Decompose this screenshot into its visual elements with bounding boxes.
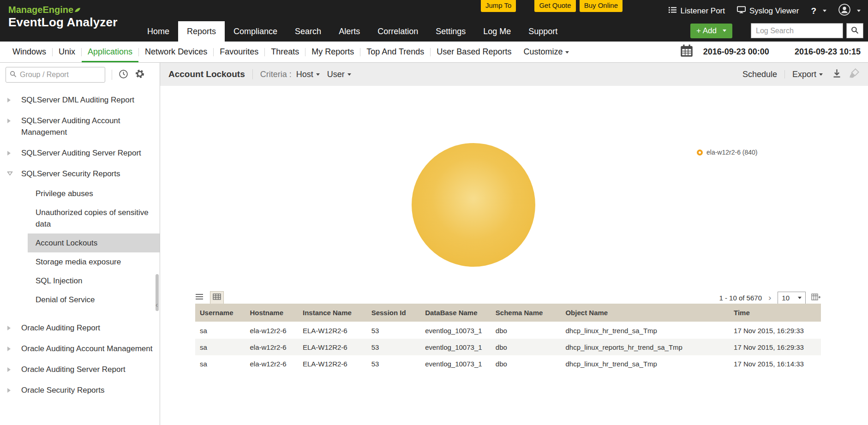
- calendar-icon: [680, 44, 693, 60]
- col-instance-name[interactable]: Instance Name: [298, 304, 367, 322]
- buy-online-button[interactable]: Buy Online: [580, 0, 623, 12]
- date-to[interactable]: 2016-09-23 10:15: [795, 47, 861, 57]
- report-content: Account Lockouts Criteria : Host User Sc…: [160, 63, 868, 425]
- tree-report-privilege-abuses[interactable]: Privilege abuses: [0, 184, 160, 203]
- col-username[interactable]: Username: [195, 304, 245, 322]
- table-row[interactable]: sa ela-w12r2-6 ELA-W12R2-6 53 eventlog_1…: [195, 355, 821, 372]
- col-object-name[interactable]: Object Name: [561, 304, 729, 322]
- table-cell: dbo: [491, 355, 561, 372]
- clean-data-button[interactable]: [849, 68, 860, 81]
- table-row[interactable]: sa ela-w12r2-6 ELA-W12R2-6 53 eventlog_1…: [195, 339, 821, 355]
- nav-home[interactable]: Home: [138, 21, 178, 42]
- tree-group-oracle-security-reports[interactable]: Oracle Security Reports: [0, 380, 160, 401]
- export-dropdown[interactable]: Export: [792, 70, 823, 79]
- log-search-button[interactable]: [846, 23, 863, 38]
- log-search-input[interactable]: [751, 23, 843, 38]
- tab-favourites[interactable]: Favourites: [214, 42, 264, 62]
- tree-group-sqlserver-auditing-account-management[interactable]: SQLServer Auditing Account Management: [0, 110, 160, 143]
- page-size-select[interactable]: 10: [778, 292, 806, 304]
- syslog-viewer-button[interactable]: Syslog Viewer: [737, 6, 799, 16]
- tab-applications[interactable]: Applications: [82, 42, 138, 62]
- tree-group-oracle-auditing-report[interactable]: Oracle Auditing Report: [0, 317, 160, 338]
- pie-chart[interactable]: [412, 143, 535, 267]
- tab-user-based-reports[interactable]: User Based Reports: [431, 42, 517, 62]
- nav-compliance[interactable]: Compliance: [225, 21, 286, 42]
- col-time[interactable]: Time: [729, 304, 821, 322]
- tree-group-sqlserver-dml-auditing-report[interactable]: SQLServer DML Auditing Report: [0, 90, 160, 110]
- main-nav: Home Reports Compliance Search Alerts Co…: [138, 21, 566, 42]
- col-hostname[interactable]: Hostname: [245, 304, 298, 322]
- table-cell: ela-w12r2-6: [245, 322, 298, 339]
- group-report-search[interactable]: [6, 67, 105, 83]
- col-database-name[interactable]: DataBase Name: [420, 304, 491, 322]
- table-cell: eventlog_10073_1: [420, 355, 491, 372]
- promo-links: Jump To Get Quote Buy Online: [481, 0, 623, 12]
- eventlog-analyzer-app: ManageEngine EventLog Analyzer Jump To G…: [0, 0, 868, 425]
- next-page-button[interactable]: ›: [767, 294, 772, 301]
- download-button[interactable]: [832, 68, 842, 80]
- table-cell: ELA-W12R2-6: [298, 355, 367, 372]
- user-icon: [838, 4, 850, 18]
- listener-port-button[interactable]: Listener Port: [669, 6, 725, 16]
- tab-windows[interactable]: Windows: [6, 42, 52, 62]
- report-tree-sidebar: SQLServer DML Auditing Report SQLServer …: [0, 63, 160, 425]
- tab-my-reports[interactable]: My Reports: [305, 42, 360, 62]
- table-cell: sa: [195, 339, 245, 355]
- scheduled-reports-button[interactable]: [119, 69, 128, 81]
- get-quote-button[interactable]: Get Quote: [534, 0, 575, 12]
- tree-group-sqlserver-security-reports[interactable]: SQLServer Security Reports: [0, 163, 160, 184]
- clock-icon: [119, 69, 128, 81]
- nav-support[interactable]: Support: [520, 21, 566, 42]
- tab-unix[interactable]: Unix: [53, 42, 81, 62]
- top-utilities: Listener Port Syslog Viewer ?: [657, 4, 861, 18]
- collapse-sidebar-icon[interactable]: ‹: [154, 299, 160, 312]
- grid-view-button[interactable]: [210, 291, 224, 304]
- calendar-button[interactable]: [680, 44, 693, 60]
- list-view-button[interactable]: [195, 293, 204, 302]
- nav-settings[interactable]: Settings: [427, 21, 474, 42]
- divider: [252, 69, 253, 79]
- help-menu[interactable]: ?: [811, 6, 826, 16]
- host-filter-dropdown[interactable]: Host: [296, 70, 320, 79]
- tab-top-and-trends[interactable]: Top And Trends: [360, 42, 430, 62]
- col-schema-name[interactable]: Schema Name: [491, 304, 561, 322]
- chevron-right-icon: [7, 343, 17, 354]
- tree-group-sqlserver-auditing-server-report[interactable]: SQLServer Auditing Server Report: [0, 143, 160, 163]
- tree-group-oracle-auditing-server-report[interactable]: Oracle Auditing Server Report: [0, 359, 160, 380]
- tree-report-unauthorized-copies[interactable]: Unauthorized copies of sensitive data: [0, 203, 160, 233]
- tab-threats[interactable]: Threats: [265, 42, 305, 62]
- caret-down-icon: [723, 30, 726, 32]
- date-from[interactable]: 2016-09-23 00:00: [703, 47, 769, 57]
- pagination: 1 - 10 of 5670 › 10: [719, 292, 821, 304]
- nav-reports[interactable]: Reports: [178, 21, 225, 42]
- export-table-button[interactable]: [811, 293, 821, 302]
- search-icon: [10, 71, 17, 79]
- add-button[interactable]: + Add: [690, 24, 732, 38]
- header-actions: + Add: [690, 23, 863, 38]
- results-table: Username Hostname Instance Name Session …: [195, 304, 821, 372]
- report-settings-button[interactable]: [135, 69, 145, 81]
- tree-report-sql-injection[interactable]: SQL Injection: [0, 271, 160, 290]
- nav-log-me[interactable]: Log Me: [474, 21, 520, 42]
- user-filter-dropdown[interactable]: User: [327, 70, 351, 79]
- tree-group-oracle-auditing-account-management[interactable]: Oracle Auditing Account Management: [0, 338, 160, 359]
- user-menu[interactable]: [838, 4, 861, 18]
- logo: ManageEngine EventLog Analyzer: [8, 4, 118, 29]
- nav-correlation[interactable]: Correlation: [369, 21, 427, 42]
- col-session-id[interactable]: Session Id: [367, 304, 421, 322]
- tree-report-account-lockouts[interactable]: Account Lockouts: [28, 233, 160, 252]
- tree-report-storage-media-exposure[interactable]: Storage media exposure: [0, 252, 160, 271]
- group-report-search-input[interactable]: [20, 71, 101, 79]
- table-cell: sa: [195, 355, 245, 372]
- nav-alerts[interactable]: Alerts: [330, 21, 369, 42]
- table-cell: 53: [367, 355, 421, 372]
- schedule-button[interactable]: Schedule: [742, 70, 777, 79]
- jump-to-button[interactable]: Jump To: [481, 0, 516, 12]
- table-row[interactable]: sa ela-w12r2-6 ELA-W12R2-6 53 eventlog_1…: [195, 322, 821, 339]
- nav-search[interactable]: Search: [286, 21, 330, 42]
- chevron-right-icon: [7, 322, 17, 334]
- table-cell: 17 Nov 2015, 16:29:33: [729, 322, 821, 339]
- tab-customize[interactable]: Customize: [517, 42, 575, 62]
- tab-network-devices[interactable]: Network Devices: [139, 42, 213, 62]
- tree-report-denial-of-service[interactable]: Denial of Service: [0, 290, 160, 309]
